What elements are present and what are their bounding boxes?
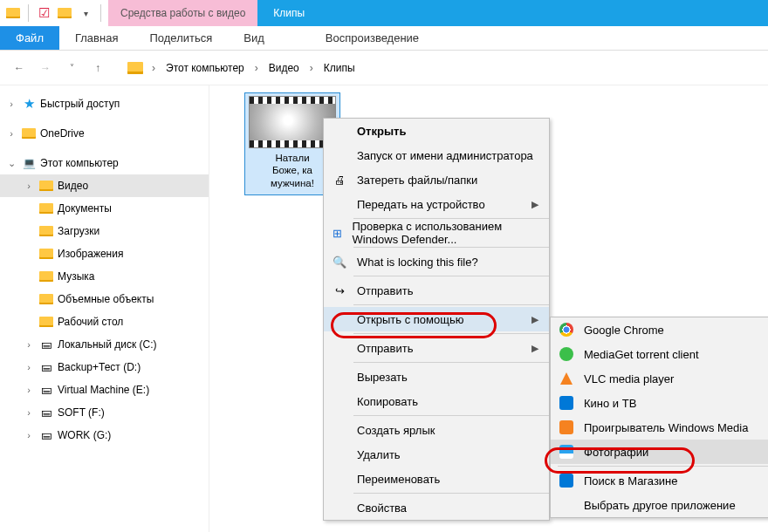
forward-button[interactable]: → (35, 58, 56, 78)
chevron-right-icon: ▶ (531, 199, 538, 210)
ctx-copy[interactable]: Копировать (324, 389, 549, 413)
tree-pictures[interactable]: Изображения (0, 242, 209, 265)
desktop-folder-icon (38, 315, 54, 329)
chrome-icon (558, 321, 575, 338)
new-folder-button[interactable] (57, 5, 72, 21)
ctx-shortcut[interactable]: Создать ярлык (324, 418, 549, 442)
chevron-right-icon[interactable]: › (23, 385, 35, 395)
open-with-photos[interactable]: Фотографии (551, 440, 768, 464)
tree-drive-g[interactable]: › 🖴 WORK (G:) (0, 424, 209, 447)
tree-quick-access[interactable]: › ★ Быстрый доступ (0, 92, 209, 115)
tree-downloads[interactable]: Загрузки (0, 220, 209, 242)
documents-folder-icon (38, 201, 54, 215)
tab-share[interactable]: Поделиться (134, 26, 228, 50)
separator-icon (353, 247, 549, 248)
photos-icon (558, 443, 575, 460)
separator-icon (28, 4, 29, 22)
ribbon-tabs: Файл Главная Поделиться Вид Воспроизведе… (0, 26, 768, 51)
chevron-right-icon[interactable]: › (5, 128, 17, 139)
contextual-tab-label: Средства работы с видео (108, 0, 257, 26)
ctx-properties[interactable]: Свойства (324, 495, 549, 520)
breadcrumb-clips[interactable]: Клипы (320, 60, 359, 76)
navigation-bar: ← → ˅ ↑ › Этот компьютер › Видео › Клипы (0, 51, 768, 85)
tree-label: Музыка (58, 270, 94, 283)
drive-icon: 🖴 (38, 406, 54, 419)
open-with-submenu: Google Chrome MediaGet torrent client VL… (550, 317, 768, 518)
star-icon: ★ (21, 97, 37, 111)
ctx-run-as-admin[interactable]: Запуск от имени администратора (324, 143, 549, 167)
open-with-wmp[interactable]: Проигрыватель Windows Media (551, 415, 768, 440)
chevron-right-icon[interactable]: › (23, 407, 35, 418)
tree-label: OneDrive (40, 127, 85, 140)
breadcrumb-videos[interactable]: Видео (265, 60, 303, 76)
tree-label: Рабочий стол (58, 316, 123, 328)
ctx-erase[interactable]: 🖨Затереть файлы/папки (324, 167, 549, 192)
breadcrumb-root[interactable]: Этот компьютер (162, 60, 248, 76)
ctx-send[interactable]: Отправить▶ (324, 336, 549, 360)
tree-drive-d[interactable]: › 🖴 Backup+Тест (D:) (0, 356, 209, 379)
open-with-chrome[interactable]: Google Chrome (551, 317, 768, 342)
tree-label: SOFT (F:) (58, 406, 105, 419)
open-with-vlc[interactable]: VLC media player (551, 366, 768, 391)
back-button[interactable]: ← (9, 58, 30, 78)
tab-playback[interactable]: Воспроизведение (310, 26, 435, 50)
tree-drive-c[interactable]: › 🖴 Локальный диск (C:) (0, 333, 209, 356)
store-icon (558, 472, 575, 489)
up-button[interactable]: ↑ (87, 58, 108, 78)
chevron-right-icon[interactable]: › (253, 62, 260, 74)
tree-label: Virtual Machine (E:) (58, 384, 149, 396)
tree-label: Локальный диск (C:) (58, 338, 157, 351)
tree-music[interactable]: Музыка (0, 265, 209, 288)
drive-icon: 🖴 (38, 338, 54, 351)
open-with-mediaget[interactable]: MediaGet torrent client (551, 342, 768, 366)
tree-onedrive[interactable]: › OneDrive (0, 122, 209, 145)
tab-home[interactable]: Главная (59, 26, 134, 50)
ctx-rename[interactable]: Переименовать (324, 467, 549, 491)
chevron-right-icon[interactable]: › (23, 362, 35, 372)
tree-documents[interactable]: Документы (0, 197, 209, 220)
tree-drive-f[interactable]: › 🖴 SOFT (F:) (0, 401, 209, 424)
tree-videos[interactable]: › Видео (0, 174, 209, 197)
ctx-cut[interactable]: Вырезать (324, 365, 549, 389)
chevron-right-icon[interactable]: › (150, 62, 157, 74)
open-with-choose-another[interactable]: Выбрать другое приложение (551, 493, 768, 517)
3d-folder-icon (38, 292, 54, 306)
separator-icon (353, 333, 549, 334)
open-with-store[interactable]: Поиск в Магазине (551, 468, 768, 493)
chevron-right-icon[interactable]: › (23, 181, 35, 191)
tree-label: Загрузки (58, 225, 99, 237)
properties-button[interactable]: ☑ (36, 5, 51, 21)
ctx-open[interactable]: Открыть (324, 119, 549, 143)
separator-icon (558, 466, 768, 467)
chevron-right-icon[interactable]: › (23, 339, 35, 350)
downloads-folder-icon (38, 224, 54, 238)
tree-drive-e[interactable]: › 🖴 Virtual Machine (E:) (0, 379, 209, 401)
chevron-right-icon[interactable]: › (308, 62, 315, 74)
tree-label: Быстрый доступ (40, 98, 120, 110)
pc-icon: 💻 (21, 156, 37, 170)
separator-icon (353, 218, 549, 219)
tree-3d-objects[interactable]: Объемные объекты (0, 288, 209, 310)
ctx-cast[interactable]: Передать на устройство▶ (324, 192, 549, 216)
ctx-defender[interactable]: ⊞Проверка с использованием Windows Defen… (324, 221, 549, 245)
tree-label: Документы (58, 202, 112, 215)
ctx-open-with[interactable]: Открыть с помощью▶ (324, 307, 549, 331)
ctx-locking[interactable]: 🔍What is locking this file? (324, 249, 549, 274)
chevron-right-icon[interactable]: › (5, 99, 17, 109)
chevron-right-icon[interactable]: › (23, 430, 35, 440)
tree-desktop[interactable]: Рабочий стол (0, 310, 209, 333)
open-with-movies-tv[interactable]: Кино и ТВ (551, 391, 768, 415)
drive-icon: 🖴 (38, 360, 54, 374)
share-icon: ↪ (331, 282, 348, 299)
drive-icon: 🖴 (38, 383, 54, 397)
customize-qat-button[interactable]: ▾ (78, 5, 93, 21)
cloud-folder-icon (21, 126, 37, 140)
tree-this-pc[interactable]: ⌄ 💻 Этот компьютер (0, 152, 209, 174)
recent-locations-button[interactable]: ˅ (61, 58, 82, 78)
chevron-down-icon[interactable]: ⌄ (5, 158, 17, 169)
ctx-delete[interactable]: Удалить (324, 442, 549, 467)
tab-view[interactable]: Вид (228, 26, 280, 50)
quick-access-toolbar: ☑ ▾ (0, 0, 108, 26)
tab-file[interactable]: Файл (0, 26, 59, 50)
ctx-send-to[interactable]: ↪Отправить (324, 278, 549, 303)
